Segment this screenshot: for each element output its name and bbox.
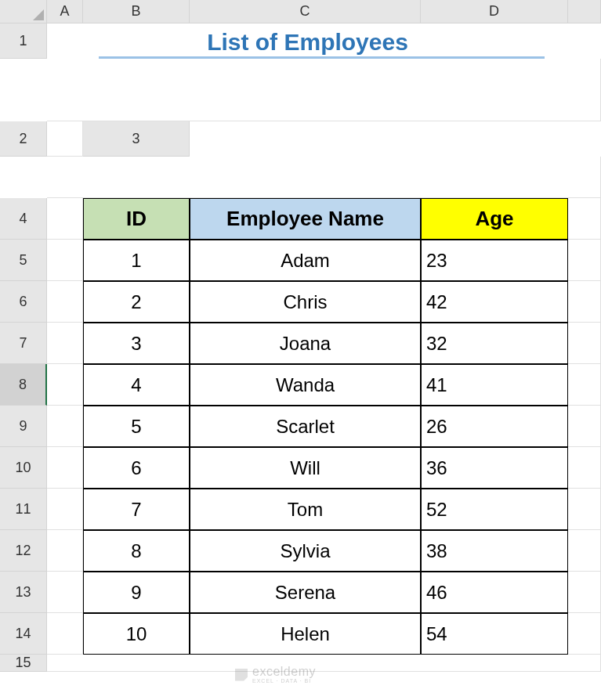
row-header-14[interactable]: 14 <box>0 613 47 655</box>
table-row[interactable]: 3 <box>83 323 190 364</box>
cell-blank-r12 <box>568 530 601 572</box>
row-header-7[interactable]: 7 <box>0 323 47 364</box>
cell-A11[interactable] <box>47 489 83 530</box>
cell-row15[interactable] <box>47 655 601 672</box>
table-row[interactable]: 2 <box>83 281 190 323</box>
row-header-3[interactable]: 3 <box>83 121 190 157</box>
table-row[interactable]: 10 <box>83 613 190 655</box>
table-row[interactable]: 8 <box>83 530 190 572</box>
table-row[interactable]: 5 <box>83 406 190 447</box>
cell-A12[interactable] <box>47 530 83 572</box>
table-row[interactable]: 54 <box>421 613 568 655</box>
row-header-8[interactable]: 8 <box>0 364 47 406</box>
row-header-13[interactable]: 13 <box>0 572 47 613</box>
col-header-A[interactable]: A <box>47 0 83 23</box>
cell-blank-r4 <box>568 198 601 240</box>
table-row[interactable]: 7 <box>83 489 190 530</box>
table-header-id[interactable]: ID <box>83 198 190 240</box>
cell-A6[interactable] <box>47 281 83 323</box>
table-row[interactable]: 46 <box>421 572 568 613</box>
table-row[interactable]: 6 <box>83 447 190 489</box>
table-row[interactable]: Sylvia <box>190 530 421 572</box>
cell-blank-r6 <box>568 281 601 323</box>
row-header-12[interactable]: 12 <box>0 530 47 572</box>
cell-A9[interactable] <box>47 406 83 447</box>
table-row[interactable]: Chris <box>190 281 421 323</box>
cell-blank-r11 <box>568 489 601 530</box>
table-row[interactable]: 32 <box>421 323 568 364</box>
watermark: exceldemy EXCEL · DATA · BI <box>235 666 316 684</box>
row-header-1[interactable]: 1 <box>0 23 47 59</box>
row-header-15[interactable]: 15 <box>0 655 47 672</box>
table-row[interactable]: 1 <box>83 240 190 281</box>
cell-A10[interactable] <box>47 447 83 489</box>
cell-blank-r9 <box>568 406 601 447</box>
table-row[interactable]: 38 <box>421 530 568 572</box>
table-row[interactable]: Adam <box>190 240 421 281</box>
table-row[interactable]: 41 <box>421 364 568 406</box>
table-row[interactable]: Wanda <box>190 364 421 406</box>
table-row[interactable]: Will <box>190 447 421 489</box>
row-header-2[interactable]: 2 <box>0 121 47 157</box>
cell-blank-r5 <box>568 240 601 281</box>
table-row[interactable]: Helen <box>190 613 421 655</box>
table-header-name[interactable]: Employee Name <box>190 198 421 240</box>
cell-blank-r8 <box>568 364 601 406</box>
row-header-9[interactable]: 9 <box>0 406 47 447</box>
cell-A13[interactable] <box>47 572 83 613</box>
cell-A8[interactable] <box>47 364 83 406</box>
select-all-corner[interactable] <box>0 0 47 23</box>
watermark-tagline: EXCEL · DATA · BI <box>252 678 316 684</box>
cell-row3[interactable] <box>47 157 601 198</box>
cell-A5[interactable] <box>47 240 83 281</box>
watermark-brand: exceldemy <box>252 666 316 678</box>
col-header-D[interactable]: D <box>421 0 568 23</box>
page-title: List of Employees <box>207 29 408 56</box>
table-row[interactable]: 4 <box>83 364 190 406</box>
table-row[interactable]: 23 <box>421 240 568 281</box>
cell-blank-r2 <box>47 121 83 157</box>
table-row[interactable]: 52 <box>421 489 568 530</box>
table-row[interactable]: Tom <box>190 489 421 530</box>
title-cell[interactable]: List of Employees <box>47 23 568 59</box>
table-row[interactable]: Joana <box>190 323 421 364</box>
spreadsheet-grid: A B C D 1 2 List of Employees 3 4 ID Emp… <box>0 0 601 672</box>
table-row[interactable]: Scarlet <box>190 406 421 447</box>
row-header-11[interactable]: 11 <box>0 489 47 530</box>
cell-A1[interactable] <box>47 59 601 121</box>
row-header-5[interactable]: 5 <box>0 240 47 281</box>
cell-A14[interactable] <box>47 613 83 655</box>
row-header-6[interactable]: 6 <box>0 281 47 323</box>
table-row[interactable]: Serena <box>190 572 421 613</box>
table-row[interactable]: 9 <box>83 572 190 613</box>
table-row[interactable]: 36 <box>421 447 568 489</box>
cell-blank-r14 <box>568 613 601 655</box>
table-row[interactable]: 42 <box>421 281 568 323</box>
col-header-B[interactable]: B <box>83 0 190 23</box>
table-row[interactable]: 26 <box>421 406 568 447</box>
table-header-age[interactable]: Age <box>421 198 568 240</box>
cell-blank-r7 <box>568 323 601 364</box>
cell-A4[interactable] <box>47 198 83 240</box>
cell-blank-r10 <box>568 447 601 489</box>
cell-A7[interactable] <box>47 323 83 364</box>
col-header-C[interactable]: C <box>190 0 421 23</box>
watermark-icon <box>235 669 248 681</box>
row-header-4[interactable]: 4 <box>0 198 47 240</box>
title-underline <box>99 56 545 59</box>
col-header-blank <box>568 0 601 23</box>
row-header-10[interactable]: 10 <box>0 447 47 489</box>
cell-blank-r13 <box>568 572 601 613</box>
